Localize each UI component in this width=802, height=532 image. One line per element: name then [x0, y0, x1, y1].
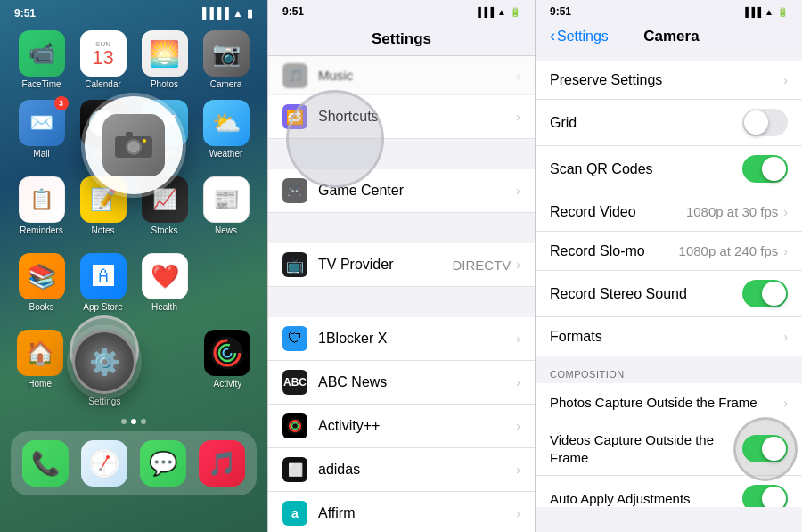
adidas-label: adidas: [318, 462, 516, 478]
1blocker-label: 1Blocker X: [318, 331, 516, 347]
app-reminders-label: Reminders: [20, 225, 62, 235]
settings-gamecenter[interactable]: 🎮 Game Center ›: [268, 169, 535, 213]
camera-main-group: Preserve Settings › Grid Scan QR Codes: [536, 61, 802, 356]
signal-icon: ▐▐▐▐: [199, 7, 229, 20]
settings-adidas[interactable]: ⬜ adidas ›: [268, 448, 535, 492]
settings-tvprovider[interactable]: 📺 TV Provider DIRECTV ›: [268, 243, 535, 287]
settings-status-bar: 9:51 ▐▐▐ ▲ 🔋: [268, 0, 535, 20]
dock-safari[interactable]: [78, 440, 130, 487]
settings-list: 🎵 Music › 🔁 Shortcuts › 🎮 Game Center › …: [268, 56, 535, 532]
camera-nav-bar: ‹ Settings Camera: [536, 20, 802, 53]
home-screen: 9:51 ▐▐▐▐ ▲ ▮ 📹 FaceTime Sun 13 Calendar…: [0, 0, 267, 532]
cam-slomo[interactable]: Record Slo-mo 1080p at 240 fps ›: [536, 232, 802, 271]
settings-divider2: [268, 213, 535, 243]
settings-cell-top-blur[interactable]: 🎵 Music ›: [268, 56, 535, 95]
app-settings[interactable]: ⚙️ Settings: [72, 330, 136, 406]
camera-status-bar: 9:51 ▐▐▐ ▲ 🔋: [536, 0, 802, 20]
settings-panel: 9:51 ▐▐▐ ▲ 🔋 Settings 🎵 Music › 🔁 Shortc…: [267, 0, 535, 532]
cam-videos-outside[interactable]: Videos Capture Outside the Frame: [536, 422, 802, 476]
activitypp-label: Activity++: [318, 418, 516, 434]
cam-preserve-label: Preserve Settings: [550, 72, 783, 88]
settings-abcnews[interactable]: ABC ABC News ›: [268, 361, 535, 405]
shortcuts-icon: 🔁: [282, 104, 307, 129]
cam-slomo-value: 1080p at 240 fps: [679, 243, 779, 258]
app-grid-row4: 📚 Books 🅰 App Store ❤️ Health: [0, 246, 267, 319]
dock-music[interactable]: 🎵: [196, 440, 248, 487]
app-reminders[interactable]: 📋 Reminders: [14, 176, 69, 235]
settings-time: 9:51: [282, 5, 304, 18]
cam-slomo-label: Record Slo-mo: [550, 243, 679, 259]
cam-scanqr[interactable]: Scan QR Codes: [536, 146, 802, 192]
cam-videos-outside-toggle[interactable]: [742, 435, 788, 462]
app-activity-label: Activity: [213, 379, 241, 389]
cam-formats-label: Formats: [550, 329, 783, 345]
settings-title: Settings: [372, 30, 431, 47]
cam-grid-label: Grid: [550, 115, 742, 131]
camera-icon-large: [102, 114, 165, 176]
settings-1blocker[interactable]: 🛡 1Blocker X ›: [268, 317, 535, 361]
cam-stereo[interactable]: Record Stereo Sound: [536, 271, 802, 317]
app-appstore[interactable]: 🅰 App Store: [76, 253, 130, 312]
gamecenter-label: Game Center: [318, 183, 516, 199]
settings-status-icons: ▐▐▐ ▲ 🔋: [475, 7, 520, 17]
affirm-label: Affirm: [318, 505, 516, 521]
svg-point-15: [99, 468, 102, 471]
app-mail[interactable]: ✉️ 3 Mail: [14, 100, 69, 159]
app-notes-label: Notes: [91, 225, 114, 235]
settings-divider1: [268, 139, 535, 169]
mail-badge: 3: [54, 96, 69, 110]
home-time: 9:51: [14, 7, 36, 20]
app-books[interactable]: 📚 Books: [14, 253, 69, 312]
composition-header: COMPOSITION: [536, 356, 802, 383]
home-status-bar: 9:51 ▐▐▐▐ ▲ ▮: [0, 0, 267, 23]
abcnews-label: ABC News: [318, 374, 516, 390]
cam-stereo-toggle[interactable]: [742, 280, 788, 307]
cam-photos-outside-label: Photos Capture Outside the Frame: [550, 394, 783, 412]
app-news[interactable]: 📰 News: [199, 176, 253, 235]
cam-scanqr-toggle[interactable]: [742, 155, 788, 183]
app-weather[interactable]: ⛅ Weather: [199, 100, 253, 159]
dock-messages[interactable]: 💬: [137, 440, 189, 487]
cam-auto-apply-toggle[interactable]: [742, 485, 788, 507]
shortcuts-chevron: ›: [516, 110, 520, 124]
svg-rect-3: [126, 132, 133, 138]
settings-activitypp[interactable]: Activity++ ›: [268, 405, 535, 448]
svg-point-14: [106, 455, 110, 459]
app-calendar[interactable]: Sun 13 Calendar: [76, 30, 130, 89]
app-facetime[interactable]: 📹 FaceTime: [14, 30, 69, 89]
composition-group: Photos Capture Outside the Frame › Video…: [536, 383, 802, 507]
cam-auto-apply-label: Auto Apply Adjustments: [550, 491, 742, 506]
back-button[interactable]: ‹ Settings: [550, 27, 609, 45]
camera-nav-title: Camera: [643, 28, 699, 45]
cam-recordvideo[interactable]: Record Video 1080p at 30 fps ›: [536, 192, 802, 232]
svg-point-2: [128, 142, 139, 152]
cam-formats[interactable]: Formats ›: [536, 317, 802, 356]
app-photos[interactable]: 🌅 Photos: [137, 30, 192, 89]
app-camera-label: Camera: [210, 79, 242, 89]
app-home[interactable]: 🏠 Home: [14, 330, 65, 406]
settings-shortcuts[interactable]: 🔁 Shortcuts ›: [268, 95, 535, 139]
dock-phone[interactable]: 📞: [20, 440, 71, 487]
cam-grid[interactable]: Grid: [536, 100, 802, 146]
camera-highlight-circle: [85, 96, 183, 194]
app-home-label: Home: [28, 379, 52, 389]
settings-affirm[interactable]: a Affirm ›: [268, 492, 535, 532]
shortcuts-label: Shortcuts: [318, 109, 516, 125]
app-weather-label: Weather: [209, 149, 243, 159]
app-camera[interactable]: 📷 Camera: [199, 30, 253, 89]
app-news-label: News: [215, 225, 237, 235]
app-stocks-label: Stocks: [151, 225, 177, 235]
dot-1: [121, 419, 127, 424]
cam-preserve[interactable]: Preserve Settings ›: [536, 61, 802, 100]
app-photos-label: Photos: [151, 79, 178, 89]
app-empty1: [199, 253, 253, 312]
app-health-label: Health: [151, 302, 177, 312]
camera-time: 9:51: [550, 5, 571, 18]
settings-divider3: [268, 287, 535, 317]
app-health[interactable]: ❤️ Health: [137, 253, 192, 312]
cam-videos-outside-label: Videos Capture Outside the Frame: [550, 431, 742, 466]
app-appstore-label: App Store: [83, 302, 122, 312]
dot-2: [131, 419, 136, 424]
cam-grid-toggle[interactable]: [742, 109, 788, 136]
app-activity[interactable]: Activity: [202, 330, 253, 406]
